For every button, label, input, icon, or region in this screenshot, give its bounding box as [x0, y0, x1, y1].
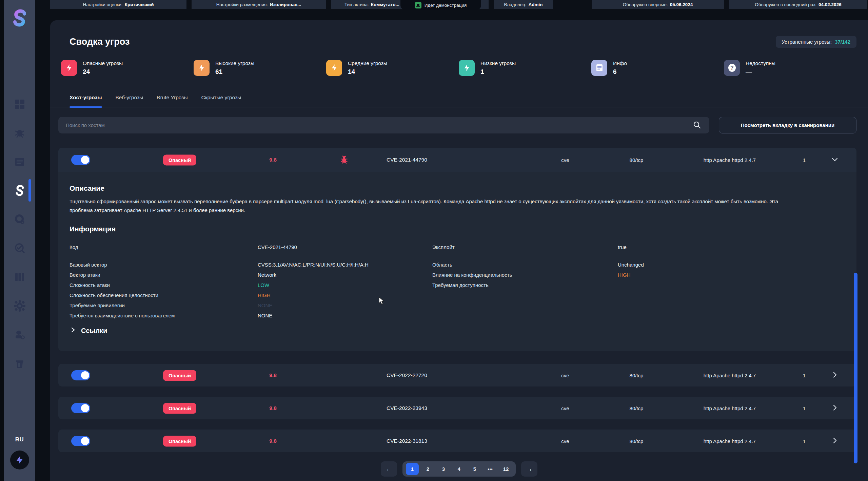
s-logo-icon	[9, 8, 30, 28]
card-high-threats: Высокие угрозы 61	[194, 56, 326, 80]
document-lines-icon	[14, 156, 26, 168]
card-label: Средние угрозы	[348, 60, 387, 66]
card-value: 1	[480, 68, 516, 76]
chip-value: Коммутато...	[371, 2, 399, 7]
prev-page-button[interactable]: ←	[381, 461, 397, 477]
expand-chevron-icon[interactable]	[830, 403, 839, 413]
search-icon[interactable]	[693, 121, 701, 130]
app-logo[interactable]	[9, 8, 30, 28]
chip-label: Владелец:	[504, 2, 526, 7]
links-expander[interactable]: Ссылки	[70, 327, 856, 335]
lightning-avatar-icon	[15, 455, 25, 465]
page-button-1[interactable]: 1	[406, 463, 419, 475]
threat-enabled-toggle[interactable]	[71, 370, 90, 380]
tab-brute-threats[interactable]: Brute Угрозы	[157, 93, 188, 107]
sidebar-item-trash[interactable]	[13, 357, 26, 370]
language-switch[interactable]: RU	[4, 436, 35, 443]
sidebar-item-reports[interactable]	[13, 155, 26, 169]
card-label: Недоступны	[746, 60, 775, 66]
expand-chevron-icon[interactable]	[830, 370, 839, 380]
view-scan-tab-button[interactable]: Посмотреть вкладку в сканировании	[719, 117, 856, 133]
cve-id: CVE-2022-22720	[387, 372, 427, 378]
card-info-threats: Инфо 6	[591, 56, 724, 80]
search-input[interactable]	[58, 117, 709, 133]
field-label: Требуемые привилегии	[70, 302, 258, 308]
field-label: Вектор атаки	[70, 272, 258, 278]
chip-label: Тип актива:	[344, 2, 369, 7]
threat-service: http Apache httpd 2.4.7	[704, 372, 756, 378]
question-icon: ?	[724, 60, 740, 76]
chip-placement-settings: Настройки размещения: Изолирован...	[192, 0, 326, 9]
threat-row[interactable]: Опасный 9.8 — CVE-2022-22720 cve 80/tcp …	[58, 364, 856, 386]
chip-value: 05.06.2024	[670, 2, 693, 7]
links-label: Ссылки	[81, 327, 107, 335]
resolved-threats-badge: Устраненные угрозы: 37/142	[776, 36, 856, 48]
threat-enabled-toggle[interactable]	[71, 403, 90, 413]
threat-count: 1	[803, 157, 806, 163]
sidebar-item-settings[interactable]	[13, 299, 26, 313]
card-label: Высокие угрозы	[215, 60, 254, 66]
field-label: Код	[70, 244, 258, 250]
sidebar-item-threats[interactable]	[13, 126, 26, 140]
s-logo-active-icon	[13, 184, 26, 197]
next-page-button[interactable]: →	[521, 461, 537, 477]
threat-row-header[interactable]: Опасный 9.8 CVE-2021-44790 cve 80/tcp ht…	[58, 148, 856, 172]
bug-icon	[14, 127, 26, 139]
field-value: HIGH	[258, 292, 271, 298]
toggle-knob	[81, 404, 89, 412]
threat-row[interactable]: Опасный 9.8 — CVE-2022-23943 cve 80/tcp …	[58, 397, 856, 419]
field-value: CVSS:3.1/AV:N/AC:L/PR:N/UI:N/S:U/C:H/I:H…	[258, 262, 369, 268]
page-button-5[interactable]: 5	[468, 463, 481, 475]
sidebar-item-users[interactable]	[13, 328, 26, 341]
user-avatar[interactable]	[10, 451, 29, 469]
sidebar-item-scan-status[interactable]	[13, 213, 26, 226]
page-button-2[interactable]: 2	[421, 463, 434, 475]
cve-id: CVE-2022-31813	[387, 438, 427, 444]
field-value: NONE	[258, 302, 272, 308]
threat-service: http Apache httpd 2.4.7	[704, 405, 756, 411]
page-button-3[interactable]: 3	[437, 463, 450, 475]
card-medium-threats: Средние угрозы 14	[326, 56, 459, 80]
tab-host-threats[interactable]: Хост-угрозы	[70, 93, 102, 107]
page-list: 1 2 3 4 5 ••• 12	[402, 461, 516, 477]
field-value: true	[618, 244, 627, 250]
chip-owner: Владелец: Admin	[494, 0, 553, 9]
page-button-4[interactable]: 4	[453, 463, 466, 475]
card-label: Инфо	[613, 60, 627, 66]
threat-port: 80/tcp	[630, 438, 644, 444]
demo-laptop-icon	[415, 2, 421, 8]
bolt-icon	[61, 60, 77, 76]
field-label: Базовый вектор	[70, 262, 258, 268]
threat-summary-cards: Опасные угрозы 24 Высокие угрозы 61 Сред…	[61, 56, 856, 80]
page-button-12[interactable]: 12	[499, 463, 512, 475]
field-label: Сложность атаки	[70, 282, 258, 288]
pagination: ← 1 2 3 4 5 ••• 12 →	[50, 461, 868, 477]
toggle-knob	[81, 156, 89, 164]
donut-scan-icon	[14, 213, 26, 226]
threat-enabled-toggle[interactable]	[71, 436, 90, 446]
expand-chevron-icon[interactable]	[830, 436, 839, 446]
threat-enabled-toggle[interactable]	[71, 155, 90, 165]
field-label: Требуется взаимодействие с пользователем	[70, 313, 258, 318]
chip-label: Настройки оценки:	[83, 2, 123, 7]
main-panel: Сводка угроз Устраненные угрозы: 37/142 …	[50, 20, 868, 481]
host-search	[58, 117, 709, 133]
page-ellipsis[interactable]: •••	[484, 463, 497, 475]
threat-detail: Описание Тщательно сформированный запрос…	[58, 172, 856, 335]
columns-icon	[14, 271, 26, 283]
active-nav-indicator	[28, 179, 31, 202]
resolved-label: Устраненные угрозы:	[782, 39, 832, 45]
collapse-chevron-icon[interactable]	[830, 155, 839, 165]
users-icon	[14, 329, 26, 341]
threat-row[interactable]: Опасный 9.8 — CVE-2022-31813 cve 80/tcp …	[58, 430, 856, 452]
sidebar-item-scans-active[interactable]	[13, 184, 26, 197]
scrollbar-thumb[interactable]	[854, 273, 857, 463]
tab-hidden-threats[interactable]: Скрытые угрозы	[201, 93, 241, 107]
sidebar-item-audit[interactable]	[13, 242, 26, 255]
field-row: Требуемые привилегии NONE	[70, 300, 856, 310]
bolt-icon	[194, 60, 210, 76]
sidebar-item-columns[interactable]	[13, 270, 26, 284]
tab-web-threats[interactable]: Веб-угрозы	[116, 93, 143, 107]
sidebar-item-dashboard[interactable]	[13, 98, 26, 111]
chip-value: Изолирован...	[270, 2, 301, 7]
